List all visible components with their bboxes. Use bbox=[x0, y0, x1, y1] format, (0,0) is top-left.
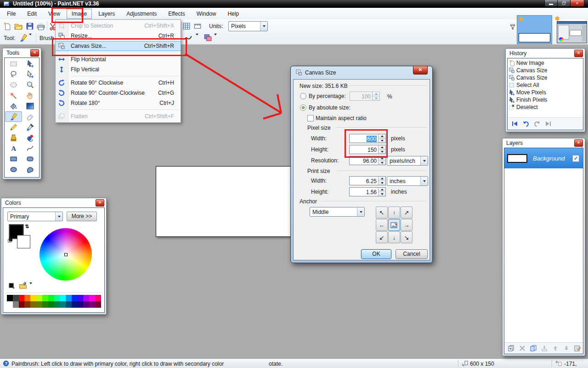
dialog-close-button[interactable]: ✕ bbox=[413, 66, 428, 75]
tool-dropdown-arrow[interactable] bbox=[29, 35, 32, 40]
color-swatch[interactable] bbox=[95, 301, 101, 308]
grid-icon[interactable] bbox=[182, 22, 191, 30]
tool-paint-bucket[interactable] bbox=[5, 101, 22, 111]
history-item-select-all[interactable]: Select All bbox=[508, 81, 583, 89]
color-swatch[interactable] bbox=[83, 301, 89, 308]
history-item-finish-pixels[interactable]: Finish Pixels bbox=[508, 96, 583, 104]
history-item-move-pixels[interactable]: Move Pixels bbox=[508, 89, 583, 96]
color-swatch[interactable] bbox=[72, 301, 78, 308]
menu-effects[interactable]: Effects bbox=[163, 9, 190, 19]
tool-clone-stamp[interactable] bbox=[5, 132, 22, 143]
color-swatch[interactable] bbox=[95, 295, 101, 301]
menu-image[interactable]: Image bbox=[67, 9, 92, 19]
color-swatch[interactable] bbox=[19, 301, 25, 308]
history-item-canvas-size[interactable]: Canvas Size bbox=[508, 74, 583, 81]
move-layer-up-icon[interactable] bbox=[552, 345, 559, 352]
tool-gradient-tool[interactable] bbox=[22, 101, 39, 111]
more-button[interactable]: More >> bbox=[67, 212, 97, 221]
tool-zoom[interactable] bbox=[22, 80, 39, 90]
anchor-arrow-button[interactable]: ↘ bbox=[401, 231, 413, 243]
palette-folder-icon[interactable] bbox=[19, 282, 27, 289]
funnel-icon[interactable] bbox=[509, 23, 516, 31]
tool-ellipse-select[interactable] bbox=[5, 80, 22, 90]
menu-item-rotate-90-counter-clockwise[interactable]: Rotate 90° Counter-ClockwiseCtrl+G bbox=[56, 88, 181, 98]
tools-palette-titlebar[interactable]: Tools × bbox=[3, 48, 41, 58]
blend-modes-icon[interactable] bbox=[204, 34, 212, 42]
print-height-spinner[interactable]: 1.56 bbox=[349, 187, 386, 196]
color-swatch[interactable] bbox=[42, 295, 48, 301]
color-swatch[interactable] bbox=[60, 295, 66, 301]
pixel-width-spinner[interactable]: 600 bbox=[349, 134, 386, 143]
color-swatch[interactable] bbox=[89, 295, 95, 301]
color-swatch[interactable] bbox=[48, 295, 54, 301]
history-palette-titlebar[interactable]: History × bbox=[506, 49, 585, 58]
secondary-color-swatch[interactable] bbox=[17, 235, 30, 248]
print-unit-combo[interactable]: inches bbox=[387, 176, 428, 186]
menu-item-rotate-180[interactable]: Rotate 180°Ctrl+J bbox=[56, 98, 181, 108]
color-swatch[interactable] bbox=[13, 295, 19, 301]
minimize-button[interactable] bbox=[544, 0, 558, 7]
move-layer-down-icon[interactable] bbox=[563, 345, 570, 352]
dialog-titlebar[interactable]: Canvas Size bbox=[295, 69, 336, 76]
color-swatch[interactable] bbox=[83, 295, 89, 301]
tool-rectangle-shape[interactable] bbox=[5, 154, 22, 164]
delete-layer-icon[interactable] bbox=[519, 345, 526, 352]
colors-palette-titlebar[interactable]: Colors × bbox=[1, 198, 106, 207]
close-icon[interactable]: × bbox=[96, 199, 104, 207]
image-thumbnail[interactable]: ✱ bbox=[553, 15, 587, 44]
tool-line-curve[interactable] bbox=[22, 143, 39, 154]
menu-item-flip-horizontal[interactable]: Flip Horizontal bbox=[56, 54, 181, 64]
color-swatch[interactable] bbox=[7, 301, 13, 308]
blend-dropdown-arrow[interactable] bbox=[214, 35, 217, 40]
swatch-toggle-icon[interactable] bbox=[7, 237, 13, 243]
tool-text-tool[interactable]: A bbox=[5, 143, 22, 154]
color-swatch[interactable] bbox=[60, 301, 66, 308]
tool-pencil[interactable] bbox=[5, 122, 22, 132]
add-layer-icon[interactable] bbox=[508, 345, 515, 352]
menu-edit[interactable]: Edit bbox=[22, 9, 42, 19]
history-item-deselect[interactable]: Deselect bbox=[508, 104, 583, 111]
tool-eyedropper[interactable] bbox=[22, 122, 39, 132]
color-swatch[interactable] bbox=[54, 295, 60, 301]
layer-visible-checkbox[interactable]: ✓ bbox=[572, 155, 579, 162]
menu-view[interactable]: View bbox=[43, 9, 65, 19]
print-icon[interactable] bbox=[37, 22, 45, 30]
undo-icon[interactable] bbox=[522, 120, 530, 127]
maintain-aspect-checkbox[interactable] bbox=[307, 115, 314, 121]
anchor-arrow-button[interactable]: ← bbox=[376, 219, 388, 231]
anchor-center-button[interactable] bbox=[388, 219, 400, 231]
anchor-arrow-button[interactable]: ↑ bbox=[388, 207, 400, 218]
close-button[interactable]: × bbox=[570, 0, 584, 7]
resolution-unit-combo[interactable]: pixels/inch bbox=[387, 156, 428, 166]
tool-ellipse-shape[interactable] bbox=[5, 164, 22, 175]
color-swatch[interactable] bbox=[54, 301, 60, 308]
cancel-button[interactable]: Cancel bbox=[396, 249, 428, 259]
tool-freeform-shape[interactable] bbox=[22, 164, 39, 175]
menu-item-flip-vertical[interactable]: Flip Vertical bbox=[56, 64, 181, 75]
curve-dropdown-arrow[interactable] bbox=[196, 35, 198, 40]
tool-recolor[interactable] bbox=[22, 132, 39, 143]
resolution-spinner[interactable]: 96.00 bbox=[349, 156, 386, 165]
swap-colors-icon[interactable]: ⇅ bbox=[25, 224, 29, 230]
history-item-canvas-size[interactable]: Canvas Size bbox=[508, 67, 583, 74]
layer-row-background[interactable]: Background ✓ bbox=[504, 148, 583, 168]
layer-properties-icon[interactable] bbox=[574, 345, 581, 352]
print-width-spinner[interactable]: 6.25 bbox=[349, 176, 386, 185]
canvas[interactable] bbox=[156, 166, 292, 237]
color-swatch[interactable] bbox=[30, 295, 36, 301]
history-ff-icon[interactable] bbox=[544, 120, 552, 127]
line-curve-toolbar-icon[interactable] bbox=[182, 34, 194, 42]
menu-file[interactable]: File bbox=[2, 9, 21, 19]
menu-adjustments[interactable]: Adjustments bbox=[121, 9, 162, 19]
anchor-arrow-button[interactable]: ↙ bbox=[376, 231, 388, 243]
anchor-arrow-button[interactable]: → bbox=[401, 219, 413, 231]
image-thumbnail-selected[interactable]: ✱ bbox=[517, 15, 552, 44]
color-swatch[interactable] bbox=[24, 301, 30, 308]
color-swatch[interactable] bbox=[48, 301, 54, 308]
restore-button[interactable] bbox=[557, 0, 571, 7]
units-combo[interactable]: Pixels bbox=[228, 21, 268, 31]
tool-lasso-select[interactable] bbox=[5, 69, 22, 80]
paintbrush-icon[interactable] bbox=[19, 34, 28, 42]
color-swatch[interactable] bbox=[19, 295, 25, 301]
menu-layers[interactable]: Layers bbox=[93, 9, 120, 19]
